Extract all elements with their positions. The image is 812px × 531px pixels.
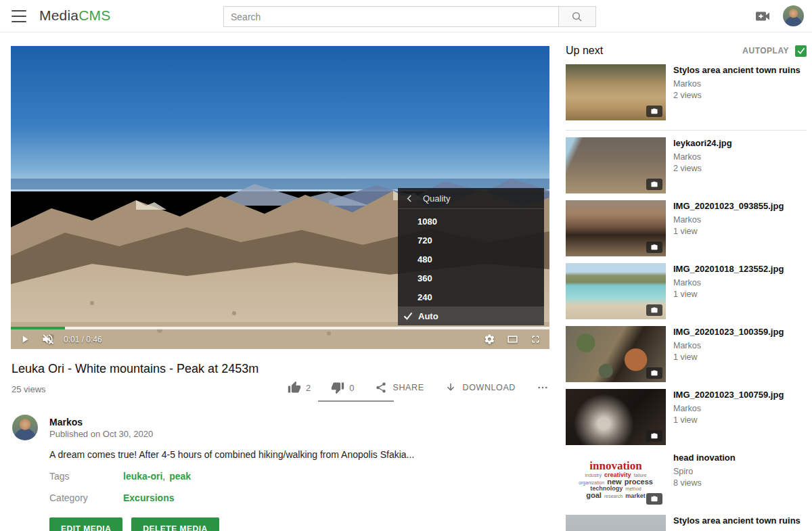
quality-menu-title: Quality: [423, 193, 450, 204]
divider: [566, 130, 807, 131]
item-title: IMG_20201023_093855.jpg: [673, 201, 784, 212]
item-author: Spiro: [673, 467, 736, 476]
item-title: Stylos area ancient town ruins: [673, 515, 800, 526]
up-next-item-2[interactable]: leykaori24.jpg Markos 2 views: [566, 137, 807, 193]
like-count: 2: [306, 383, 311, 393]
wordcloud-word: industry: [585, 473, 602, 478]
back-chevron-icon: [406, 194, 412, 203]
video-description: A dream comes true! After 4-5 hours of c…: [49, 449, 455, 460]
up-next-item-1[interactable]: Stylos area ancient town ruins Markos 2 …: [566, 64, 807, 120]
quality-option-240[interactable]: 240: [398, 287, 544, 306]
quality-option-720[interactable]: 720: [398, 231, 544, 250]
item-author: Markos: [673, 215, 784, 225]
quality-menu: Quality 1080 720 480 360 240 Auto: [398, 188, 544, 325]
wordcloud-word: innovation: [589, 460, 641, 471]
up-next-item-5[interactable]: IMG_20201023_100359.jpg Markos 1 view: [566, 326, 807, 382]
quality-option-1080[interactable]: 1080: [398, 212, 544, 231]
camera-icon: [646, 304, 662, 316]
video-thumbnail: [566, 64, 666, 120]
brand-logo[interactable]: MediaCMS: [39, 7, 110, 24]
like-ratio-bar: [318, 400, 394, 402]
up-next-item-6[interactable]: IMG_20201023_100759.jpg Markos 1 view: [566, 389, 807, 445]
delete-media-button[interactable]: DELETE MEDIA: [131, 517, 219, 531]
settings-gear-icon: [484, 333, 495, 345]
up-next-item-3[interactable]: IMG_20201023_093855.jpg Markos 1 view: [566, 200, 807, 256]
wordcloud-word: organization: [579, 480, 604, 485]
item-views: 1 view: [673, 352, 784, 362]
share-label: SHARE: [393, 383, 424, 392]
item-title: IMG_20201023_100359.jpg: [673, 327, 784, 338]
share-button[interactable]: SHARE: [375, 382, 424, 394]
search-icon: [571, 11, 583, 23]
video-thumbnail: [566, 515, 666, 531]
more-options-icon: [536, 382, 549, 394]
quality-option-360[interactable]: 360: [398, 269, 544, 287]
wordcloud-word: failure: [633, 473, 646, 478]
search-button[interactable]: [559, 6, 596, 27]
dislike-button[interactable]: 0: [331, 381, 354, 394]
camera-icon: [646, 106, 662, 117]
media-admin-buttons: EDIT MEDIA DELETE MEDIA: [49, 517, 219, 531]
wordcloud-word: process: [625, 478, 653, 486]
settings-button[interactable]: [484, 333, 495, 345]
quality-option-label: 720: [418, 235, 432, 246]
tag-link-leuka-ori[interactable]: leuka-ori: [123, 471, 162, 482]
category-link-excursions[interactable]: Excursions: [123, 492, 174, 503]
autoplay-label: AUTOPLAY: [742, 46, 789, 55]
quality-menu-back[interactable]: Quality: [398, 188, 544, 209]
wordcloud-word: method: [625, 486, 641, 491]
camera-icon: [646, 367, 662, 379]
camera-icon: [646, 430, 662, 442]
author-avatar[interactable]: [12, 415, 38, 440]
mute-button[interactable]: [41, 333, 54, 346]
author-name[interactable]: Markos: [49, 417, 83, 428]
dislike-icon: [331, 381, 344, 394]
play-button[interactable]: [19, 333, 30, 345]
item-views: 1 view: [673, 290, 784, 299]
category-value: Excursions: [123, 492, 174, 503]
search-input[interactable]: [223, 6, 559, 27]
theater-mode-icon: [506, 333, 519, 345]
player-controls: 0:01 / 0:46: [11, 329, 549, 349]
like-icon: [288, 381, 301, 394]
download-button[interactable]: DOWNLOAD: [445, 382, 516, 394]
tag-link-peak[interactable]: peak: [169, 471, 191, 482]
item-author: Markos: [673, 152, 732, 162]
user-avatar[interactable]: [783, 5, 804, 26]
fullscreen-button[interactable]: [530, 333, 541, 345]
up-next-item-7[interactable]: innovation industrycreativityfailure org…: [566, 452, 807, 508]
autoplay-checkbox[interactable]: [795, 45, 807, 57]
quality-option-auto[interactable]: Auto: [398, 306, 544, 325]
more-options-button[interactable]: [536, 382, 549, 394]
quality-option-label: 240: [418, 292, 432, 302]
dislike-count: 0: [349, 383, 354, 393]
item-views: 2 views: [673, 164, 732, 173]
up-next-sidebar: Up next AUTOPLAY Stylos area ancient tow…: [566, 42, 807, 531]
theater-mode-button[interactable]: [506, 333, 519, 345]
edit-media-button[interactable]: EDIT MEDIA: [49, 517, 122, 531]
item-author: Markos: [673, 404, 784, 413]
item-title: leykaori24.jpg: [673, 138, 732, 149]
like-button[interactable]: 2: [288, 381, 311, 394]
item-views: 1 view: [673, 227, 784, 236]
video-player[interactable]: Quality 1080 720 480 360 240 Auto: [11, 46, 549, 349]
quality-option-label: 480: [418, 254, 432, 264]
action-bar: 2 0 SHARE DOWNLOAD: [288, 378, 549, 397]
hamburger-menu-icon[interactable]: [12, 10, 26, 22]
quality-option-label: Auto: [418, 311, 438, 321]
tag-separator: ,: [162, 471, 165, 482]
up-next-item-8[interactable]: Stylos area ancient town ruins: [566, 515, 807, 531]
item-author: Markos: [673, 278, 784, 287]
brand-cms-text: CMS: [78, 7, 110, 23]
item-title: IMG_20201018_123552.jpg: [673, 264, 784, 275]
up-next-item-4[interactable]: IMG_20201018_123552.jpg Markos 1 view: [566, 263, 807, 319]
quality-option-480[interactable]: 480: [398, 250, 544, 269]
video-upload-icon: [754, 9, 771, 24]
item-views: 2 views: [673, 91, 800, 100]
upload-media-button[interactable]: [754, 9, 771, 24]
item-author: Markos: [673, 79, 800, 89]
mediacms-page: MediaCMS: [0, 0, 812, 531]
camera-icon: [646, 493, 662, 505]
video-thumbnail-wordcloud: innovation industrycreativityfailure org…: [566, 452, 666, 508]
video-thumbnail: [566, 137, 666, 193]
